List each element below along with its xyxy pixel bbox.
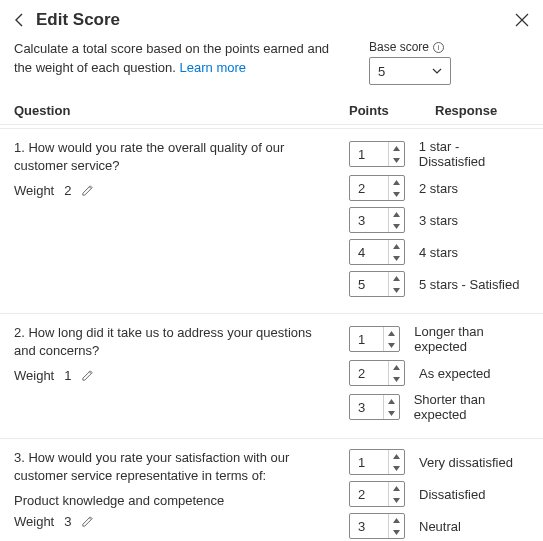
stepper-up-icon[interactable]: [384, 327, 399, 339]
stepper-up-icon[interactable]: [389, 514, 404, 526]
stepper-down-icon[interactable]: [384, 407, 399, 419]
question-block: 2. How long did it take us to address yo…: [0, 314, 543, 439]
base-score-label: Base score: [369, 40, 429, 54]
stepper-down-icon[interactable]: [389, 494, 404, 506]
response-label: Shorter than expected: [414, 392, 529, 422]
stepper-up-icon[interactable]: [389, 240, 404, 252]
points-stepper[interactable]: 4: [349, 239, 405, 265]
response-row: 22 stars: [349, 175, 529, 201]
points-stepper[interactable]: 2: [349, 481, 405, 507]
chevron-down-icon: [432, 66, 442, 76]
response-row: 3Shorter than expected: [349, 392, 529, 422]
page-title: Edit Score: [36, 10, 515, 30]
question-block: 3. How would you rate your satisfaction …: [0, 439, 543, 541]
response-row: 44 stars: [349, 239, 529, 265]
response-label: Dissatisfied: [419, 487, 485, 502]
response-row: 2Dissatisfied: [349, 481, 529, 507]
stepper-up-icon[interactable]: [389, 450, 404, 462]
pencil-icon[interactable]: [81, 184, 94, 197]
response-row: 11 star - Dissatisfied: [349, 139, 529, 169]
stepper-down-icon[interactable]: [389, 220, 404, 232]
points-value: 2: [350, 181, 388, 196]
response-label: 4 stars: [419, 245, 458, 260]
description-text: Calculate a total score based on the poi…: [14, 40, 339, 85]
response-row: 3Neutral: [349, 513, 529, 539]
pencil-icon[interactable]: [81, 515, 94, 528]
points-stepper[interactable]: 1: [349, 326, 400, 352]
stepper-down-icon[interactable]: [389, 373, 404, 385]
base-score-select[interactable]: 5: [369, 57, 451, 85]
stepper-down-icon[interactable]: [384, 339, 399, 351]
weight-value: 2: [64, 183, 71, 198]
stepper-up-icon[interactable]: [389, 142, 404, 154]
info-icon[interactable]: i: [433, 42, 444, 53]
points-stepper[interactable]: 3: [349, 394, 400, 420]
questions-scroll[interactable]: 1. How would you rate the overall qualit…: [0, 128, 543, 541]
response-label: Neutral: [419, 519, 461, 534]
points-value: 1: [350, 332, 383, 347]
points-stepper[interactable]: 3: [349, 207, 405, 233]
points-stepper[interactable]: 1: [349, 141, 405, 167]
stepper-down-icon[interactable]: [389, 252, 404, 264]
response-label: As expected: [419, 366, 491, 381]
learn-more-link[interactable]: Learn more: [180, 60, 246, 75]
stepper-up-icon[interactable]: [389, 272, 404, 284]
stepper-up-icon[interactable]: [389, 208, 404, 220]
response-label: 1 star - Dissatisfied: [419, 139, 529, 169]
description-body: Calculate a total score based on the poi…: [14, 41, 329, 75]
weight-label: Weight: [14, 514, 54, 529]
back-icon[interactable]: [12, 12, 28, 28]
response-row: 55 stars - Satisfied: [349, 271, 529, 297]
stepper-up-icon[interactable]: [384, 395, 399, 407]
stepper-down-icon[interactable]: [389, 462, 404, 474]
sub-question-label: Product knowledge and competence: [14, 493, 333, 508]
base-score-value: 5: [378, 64, 385, 79]
stepper-down-icon[interactable]: [389, 154, 404, 166]
column-header-points: Points: [349, 103, 435, 118]
points-value: 2: [350, 366, 388, 381]
response-label: Very dissatisfied: [419, 455, 513, 470]
points-value: 5: [350, 277, 388, 292]
points-value: 3: [350, 213, 388, 228]
points-stepper[interactable]: 1: [349, 449, 405, 475]
question-text: 3. How would you rate your satisfaction …: [14, 449, 333, 485]
points-value: 1: [350, 147, 388, 162]
points-value: 3: [350, 400, 383, 415]
response-label: 5 stars - Satisfied: [419, 277, 519, 292]
stepper-down-icon[interactable]: [389, 526, 404, 538]
points-value: 3: [350, 519, 388, 534]
points-value: 2: [350, 487, 388, 502]
response-row: 33 stars: [349, 207, 529, 233]
column-header-response: Response: [435, 103, 529, 118]
response-label: 3 stars: [419, 213, 458, 228]
weight-value: 1: [64, 368, 71, 383]
response-row: 1Longer than expected: [349, 324, 529, 354]
stepper-up-icon[interactable]: [389, 482, 404, 494]
weight-label: Weight: [14, 368, 54, 383]
stepper-up-icon[interactable]: [389, 361, 404, 373]
response-label: Longer than expected: [414, 324, 529, 354]
response-row: 1Very dissatisfied: [349, 449, 529, 475]
response-label: 2 stars: [419, 181, 458, 196]
stepper-down-icon[interactable]: [389, 284, 404, 296]
points-stepper[interactable]: 2: [349, 175, 405, 201]
points-stepper[interactable]: 2: [349, 360, 405, 386]
points-stepper[interactable]: 3: [349, 513, 405, 539]
points-value: 1: [350, 455, 388, 470]
question-text: 2. How long did it take us to address yo…: [14, 324, 333, 360]
points-value: 4: [350, 245, 388, 260]
weight-value: 3: [64, 514, 71, 529]
stepper-down-icon[interactable]: [389, 188, 404, 200]
column-header-question: Question: [14, 103, 349, 118]
response-row: 2As expected: [349, 360, 529, 386]
pencil-icon[interactable]: [81, 369, 94, 382]
points-stepper[interactable]: 5: [349, 271, 405, 297]
stepper-up-icon[interactable]: [389, 176, 404, 188]
question-text: 1. How would you rate the overall qualit…: [14, 139, 333, 175]
question-block: 1. How would you rate the overall qualit…: [0, 129, 543, 314]
weight-label: Weight: [14, 183, 54, 198]
close-icon[interactable]: [515, 13, 529, 27]
